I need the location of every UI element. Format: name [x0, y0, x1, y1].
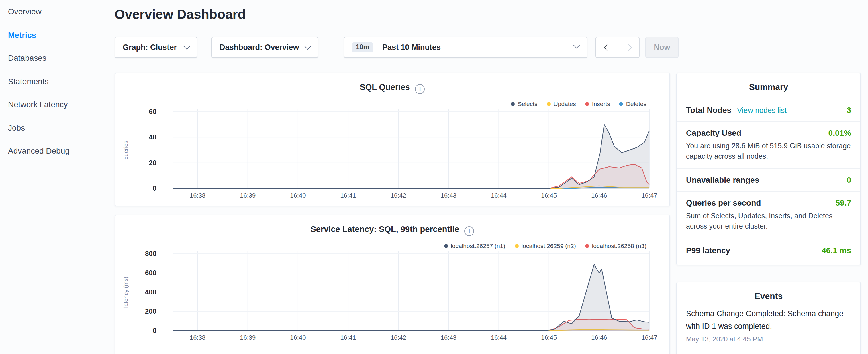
time-next-button[interactable]	[618, 37, 639, 57]
time-pager	[595, 37, 640, 58]
y-axis-label: latency (ms)	[123, 277, 129, 308]
y-tick-label: 400	[145, 288, 156, 296]
chevron-right-icon	[625, 44, 632, 51]
x-tick-label: 16:44	[491, 192, 507, 199]
app-screen: Overview Metrics Databases Statements Ne…	[0, 0, 868, 354]
chevron-down-icon	[305, 43, 311, 50]
x-tick-label: 16:38	[190, 334, 206, 341]
series-area	[173, 125, 649, 189]
sidebar-item-jobs[interactable]: Jobs	[0, 116, 115, 139]
graph-dropdown-label: Graph: Cluster	[123, 43, 177, 52]
chevron-down-icon	[574, 42, 580, 49]
x-tick-label: 16:47	[641, 334, 657, 341]
chevron-down-icon	[184, 43, 190, 50]
event-item-timestamp: May 13, 2020 at 4:45 PM	[677, 332, 860, 343]
summary-row-qps: Queries per second 59.7 Sum of Selects, …	[677, 192, 860, 239]
qps-label: Queries per second	[686, 198, 761, 207]
x-tick-label: 16:43	[441, 192, 457, 199]
capacity-used-label: Capacity Used	[686, 128, 741, 137]
y-tick-label: 600	[145, 269, 156, 277]
summary-title: Summary	[677, 73, 860, 99]
sidebar-item-advanced-debug[interactable]: Advanced Debug	[0, 139, 115, 162]
service-latency-chart[interactable]: 16:3816:3916:4016:4116:4216:4316:4416:45…	[115, 215, 670, 349]
x-tick-label: 16:45	[541, 192, 557, 199]
x-tick-label: 16:42	[391, 192, 406, 199]
x-tick-label: 16:39	[240, 192, 256, 199]
x-tick-label: 16:44	[491, 334, 507, 341]
summary-panel: Summary Total Nodes View nodes list 3 Ca…	[676, 73, 861, 265]
series-line	[173, 125, 649, 189]
x-tick-label: 16:45	[541, 334, 557, 341]
time-range-badge: 10m	[352, 42, 373, 53]
x-tick-label: 16:46	[591, 192, 607, 199]
summary-row-total-nodes: Total Nodes View nodes list 3	[677, 99, 860, 122]
sql-queries-chart-panel: SQL Queriesi SelectsUpdatesInsertsDelete…	[115, 73, 670, 206]
y-tick-label: 60	[149, 108, 156, 116]
time-range-selector[interactable]: 10m Past 10 Minutes	[344, 37, 587, 58]
unavailable-ranges-label: Unavailable ranges	[686, 175, 759, 185]
y-tick-label: 20	[149, 159, 156, 167]
service-latency-chart-panel: Service Latency: SQL, 99th percentilei l…	[115, 215, 670, 354]
qps-description: Sum of Selects, Updates, Inserts, and De…	[686, 211, 851, 232]
series-area	[173, 264, 649, 330]
now-button[interactable]: Now	[645, 37, 679, 58]
time-prev-button[interactable]	[596, 37, 618, 57]
y-tick-label: 0	[153, 326, 156, 334]
total-nodes-label: Total Nodes	[686, 105, 731, 115]
sidebar: Overview Metrics Databases Statements Ne…	[0, 0, 115, 354]
events-panel: Events Schema Change Completed: Schema c…	[676, 282, 861, 354]
x-tick-label: 16:39	[240, 334, 256, 341]
summary-row-p99-latency: P99 latency 46.1 ms	[677, 238, 860, 261]
x-tick-label: 16:41	[340, 192, 356, 199]
summary-row-unavailable-ranges: Unavailable ranges 0	[677, 169, 860, 192]
x-tick-label: 16:41	[340, 334, 356, 341]
x-tick-label: 16:46	[591, 334, 607, 341]
capacity-used-description: You are using 28.6 MiB of 515.9 GiB usab…	[686, 141, 851, 162]
sidebar-item-metrics[interactable]: Metrics	[0, 23, 115, 46]
total-nodes-value: 3	[846, 105, 851, 115]
view-nodes-list-link[interactable]: View nodes list	[737, 106, 786, 115]
x-tick-label: 16:42	[391, 334, 406, 341]
y-tick-label: 200	[145, 307, 156, 315]
sidebar-item-statements[interactable]: Statements	[0, 70, 115, 93]
x-tick-label: 16:40	[290, 334, 306, 341]
sql-queries-chart[interactable]: 16:3816:3916:4016:4116:4216:4316:4416:45…	[115, 73, 670, 206]
x-tick-label: 16:40	[290, 192, 306, 199]
dashboard-dropdown-label: Dashboard: Overview	[219, 43, 299, 52]
p99-latency-value: 46.1 ms	[822, 246, 851, 255]
y-tick-label: 0	[153, 185, 156, 192]
events-title: Events	[677, 282, 860, 308]
chevron-left-icon	[603, 44, 610, 51]
x-tick-label: 16:38	[190, 192, 206, 199]
sidebar-item-databases[interactable]: Databases	[0, 46, 115, 70]
y-axis-label: queries	[123, 141, 129, 160]
graph-dropdown[interactable]: Graph: Cluster	[115, 37, 197, 58]
qps-value: 59.7	[836, 198, 851, 207]
page-title: Overview Dashboard	[115, 7, 246, 22]
event-item-text[interactable]: Schema Change Completed: Schema change w…	[677, 308, 860, 332]
sidebar-item-network-latency[interactable]: Network Latency	[0, 93, 115, 116]
y-tick-label: 800	[145, 250, 156, 257]
p99-latency-label: P99 latency	[686, 246, 730, 255]
sidebar-item-overview[interactable]: Overview	[0, 0, 115, 23]
x-tick-label: 16:47	[641, 192, 657, 199]
x-tick-label: 16:43	[441, 334, 457, 341]
y-tick-label: 40	[149, 133, 156, 141]
dashboard-dropdown[interactable]: Dashboard: Overview	[212, 37, 318, 58]
summary-row-capacity: Capacity Used 0.01% You are using 28.6 M…	[677, 122, 860, 169]
unavailable-ranges-value: 0	[846, 175, 851, 185]
capacity-used-value: 0.01%	[829, 128, 851, 137]
time-range-label: Past 10 Minutes	[382, 43, 441, 52]
